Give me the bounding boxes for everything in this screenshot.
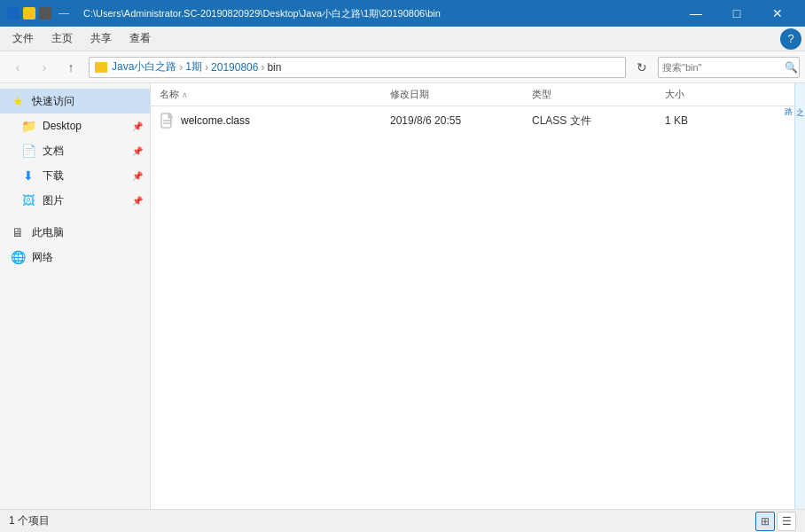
window-controls[interactable]: — □ ✕ bbox=[676, 0, 798, 27]
desktop-pin-icon: 📌 bbox=[132, 121, 143, 131]
menu-bar: 文件 主页 共享 查看 ? bbox=[0, 27, 805, 51]
sidebar-item-documents[interactable]: 📄 文档 📌 bbox=[0, 138, 150, 163]
quick-access-icon: ★ bbox=[9, 92, 27, 110]
breadcrumb-item-2[interactable]: 1期 bbox=[185, 59, 202, 74]
file-type-cell: CLASS 文件 bbox=[532, 113, 665, 129]
pictures-icon: 🖼 bbox=[20, 192, 37, 209]
sidebar-quick-access-label: 快速访问 bbox=[32, 94, 74, 109]
titlebar-icon-2 bbox=[23, 7, 35, 20]
list-view-button[interactable]: ☰ bbox=[777, 512, 796, 531]
menu-view[interactable]: 查看 bbox=[121, 27, 160, 50]
downloads-pin-icon: 📌 bbox=[132, 171, 143, 181]
network-icon: 🌐 bbox=[9, 248, 27, 266]
col-header-date[interactable]: 修改日期 bbox=[390, 88, 532, 101]
pictures-pin-icon: 📌 bbox=[132, 196, 143, 206]
sidebar-pictures-label: 图片 bbox=[43, 193, 64, 208]
forward-button[interactable]: › bbox=[32, 55, 57, 80]
file-name: welcome.class bbox=[181, 114, 250, 127]
maximize-button[interactable]: □ bbox=[716, 0, 757, 27]
file-date-cell: 2019/8/6 20:55 bbox=[390, 114, 532, 127]
table-row[interactable]: welcome.class 2019/8/6 20:55 CLASS 文件 1 … bbox=[151, 108, 794, 133]
back-button[interactable]: ‹ bbox=[5, 55, 30, 80]
refresh-button[interactable]: ↻ bbox=[631, 57, 653, 78]
search-icon[interactable]: 🔍 bbox=[785, 61, 798, 74]
sidebar: ★ 快速访问 📁 Desktop 📌 📄 文档 📌 ⬇ 下载 📌 bbox=[0, 83, 151, 509]
menu-share[interactable]: 共享 bbox=[82, 27, 121, 50]
titlebar-icon-1 bbox=[7, 7, 20, 20]
title-path: C:\Users\Administrator.SC-20190820929\De… bbox=[83, 7, 676, 20]
breadcrumb-folder-icon bbox=[95, 62, 107, 73]
column-headers: 名称 ∧ 修改日期 类型 大小 bbox=[151, 83, 794, 106]
sidebar-network-label: 网络 bbox=[32, 250, 53, 265]
breadcrumb[interactable]: Java小白之路 › 1期 › 20190806 › bin bbox=[89, 57, 626, 78]
sidebar-item-desktop[interactable]: 📁 Desktop 📌 bbox=[0, 113, 150, 138]
menu-file[interactable]: 文件 bbox=[4, 27, 43, 50]
file-class-icon bbox=[160, 113, 176, 129]
sort-arrow-icon: ∧ bbox=[182, 90, 188, 99]
search-input[interactable] bbox=[662, 62, 785, 73]
status-bar: 1 个项目 ⊞ ☰ bbox=[0, 509, 805, 532]
title-bar-icons: — bbox=[7, 7, 73, 20]
col-header-type[interactable]: 类型 bbox=[532, 88, 665, 101]
desktop-icon: 📁 bbox=[20, 117, 37, 135]
grid-view-button[interactable]: ⊞ bbox=[755, 512, 775, 531]
right-edge-scroll[interactable]: 小之路 bbox=[794, 83, 805, 509]
sidebar-desktop-label: Desktop bbox=[43, 120, 82, 132]
help-button[interactable]: ? bbox=[780, 28, 801, 50]
sidebar-item-pictures[interactable]: 🖼 图片 📌 bbox=[0, 188, 150, 213]
file-name-cell: welcome.class bbox=[160, 113, 390, 129]
sidebar-item-quick-access[interactable]: ★ 快速访问 bbox=[0, 89, 150, 113]
downloads-icon: ⬇ bbox=[20, 167, 37, 184]
documents-icon: 📄 bbox=[20, 142, 37, 160]
minimize-button[interactable]: — bbox=[676, 0, 716, 27]
breadcrumb-item-1[interactable]: Java小白之路 bbox=[112, 59, 176, 74]
this-pc-icon: 🖥 bbox=[9, 223, 27, 241]
menu-home[interactable]: 主页 bbox=[43, 27, 82, 50]
sidebar-downloads-label: 下载 bbox=[43, 168, 64, 184]
nav-bar: ‹ › ↑ Java小白之路 › 1期 › 20190806 › bin ↻ 🔍 bbox=[0, 51, 805, 83]
sidebar-documents-label: 文档 bbox=[43, 144, 64, 159]
sidebar-this-pc-label: 此电脑 bbox=[32, 225, 64, 240]
view-controls: ⊞ ☰ bbox=[755, 512, 796, 531]
title-bar: — C:\Users\Administrator.SC-20190820929\… bbox=[0, 0, 805, 27]
file-area: 名称 ∧ 修改日期 类型 大小 bbox=[151, 83, 794, 509]
sidebar-item-downloads[interactable]: ⬇ 下载 📌 bbox=[0, 163, 150, 188]
col-header-name[interactable]: 名称 ∧ bbox=[160, 88, 390, 101]
documents-pin-icon: 📌 bbox=[132, 146, 143, 156]
close-button[interactable]: ✕ bbox=[757, 0, 798, 27]
titlebar-icon-3 bbox=[39, 7, 51, 20]
search-bar: 🔍 bbox=[658, 57, 800, 78]
sidebar-item-network[interactable]: 🌐 网络 bbox=[0, 245, 150, 270]
up-button[interactable]: ↑ bbox=[59, 55, 83, 80]
file-size-cell: 1 KB bbox=[665, 114, 754, 127]
main-area: ★ 快速访问 📁 Desktop 📌 📄 文档 📌 ⬇ 下载 📌 bbox=[0, 83, 805, 509]
file-count: 1 个项目 bbox=[9, 513, 50, 528]
col-header-size[interactable]: 大小 bbox=[665, 88, 754, 101]
breadcrumb-item-current: bin bbox=[267, 61, 281, 74]
sidebar-item-this-pc[interactable]: 🖥 此电脑 bbox=[0, 220, 150, 245]
breadcrumb-item-3[interactable]: 20190806 bbox=[211, 61, 258, 74]
file-list: welcome.class 2019/8/6 20:55 CLASS 文件 1 … bbox=[151, 106, 794, 509]
